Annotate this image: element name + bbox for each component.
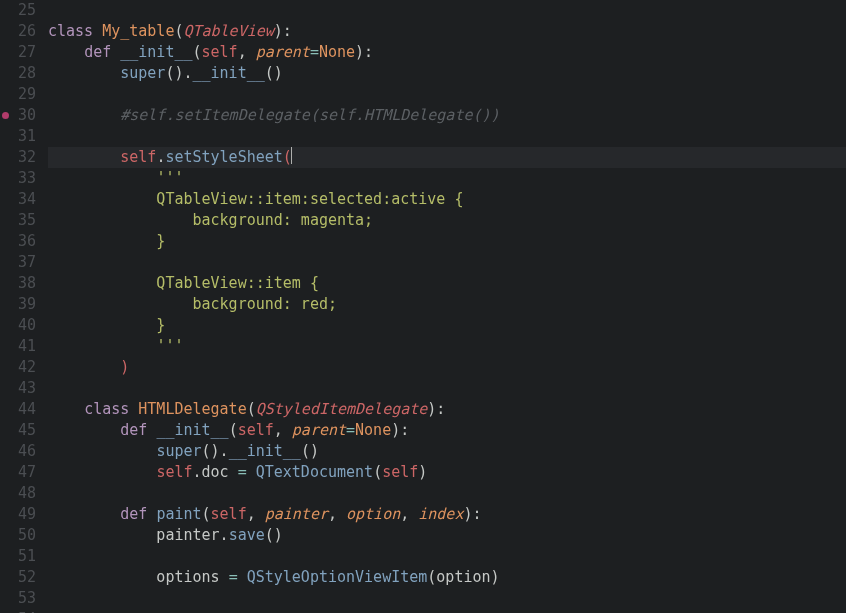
line-number[interactable]: 31 [0, 126, 36, 147]
code-line[interactable]: def paint(self, painter, option, index): [48, 504, 846, 525]
code-line[interactable]: } [48, 315, 846, 336]
line-number[interactable]: 48 [0, 483, 36, 504]
line-number[interactable]: 47 [0, 462, 36, 483]
token-str: background: red; [48, 295, 337, 313]
token-prmi: option [346, 505, 400, 523]
line-number[interactable]: 34 [0, 189, 36, 210]
line-number[interactable]: 32 [0, 147, 36, 168]
line-number[interactable]: 40 [0, 315, 36, 336]
token-punc: (option) [427, 568, 499, 586]
line-number[interactable]: 25 [0, 0, 36, 21]
line-number[interactable]: 37 [0, 252, 36, 273]
token-inh: QTableView [183, 22, 273, 40]
token-op: = [310, 43, 319, 61]
line-number[interactable]: 54 [0, 609, 36, 613]
code-line[interactable] [48, 0, 846, 21]
code-editor[interactable]: 2526272829303132333435363738394041424344… [0, 0, 846, 613]
line-number[interactable]: 26 [0, 21, 36, 42]
code-line[interactable] [48, 126, 846, 147]
code-line[interactable]: self.doc = QTextDocument(self) [48, 462, 846, 483]
code-line[interactable] [48, 546, 846, 567]
line-number[interactable]: 49 [0, 504, 36, 525]
code-line[interactable]: options = QStyleOptionViewItem(option) [48, 567, 846, 588]
token-txt [48, 358, 120, 376]
code-line[interactable]: self.setStyleSheet( [48, 147, 846, 168]
token-punc: (). [165, 64, 192, 82]
token-kw: def [84, 43, 120, 61]
token-punc: . [193, 463, 202, 481]
token-str: ''' [156, 337, 183, 355]
token-str: ''' [156, 169, 183, 187]
token-txt [48, 505, 120, 523]
line-number[interactable]: 50 [0, 525, 36, 546]
token-self: self [382, 463, 418, 481]
code-line[interactable] [48, 378, 846, 399]
line-number[interactable]: 35 [0, 210, 36, 231]
token-fn: __init__ [120, 43, 192, 61]
token-fn: __init__ [156, 421, 228, 439]
token-prmi: index [418, 505, 463, 523]
token-none: None [355, 421, 391, 439]
code-line[interactable]: background: magenta; [48, 210, 846, 231]
token-punc: () [301, 442, 319, 460]
token-punc: ( [229, 421, 238, 439]
token-punc: , [274, 421, 292, 439]
line-number[interactable]: 33 [0, 168, 36, 189]
line-number[interactable]: 28 [0, 63, 36, 84]
line-number[interactable]: 36 [0, 231, 36, 252]
code-line[interactable]: QTableView::item:selected:active { [48, 189, 846, 210]
code-line[interactable]: background: red; [48, 294, 846, 315]
code-line[interactable]: class HTMLDelegate(QStyledItemDelegate): [48, 399, 846, 420]
code-line[interactable] [48, 588, 846, 609]
line-number[interactable]: 53 [0, 588, 36, 609]
token-str: background: magenta; [48, 211, 373, 229]
code-line[interactable]: ) [48, 357, 846, 378]
code-line[interactable]: def __init__(self, parent=None): [48, 420, 846, 441]
line-number[interactable]: 52 [0, 567, 36, 588]
code-line[interactable]: ''' [48, 336, 846, 357]
code-area[interactable]: class My_table(QTableView): def __init__… [48, 0, 846, 613]
line-number[interactable]: 38 [0, 273, 36, 294]
code-line[interactable]: } [48, 231, 846, 252]
breakpoint-icon[interactable] [2, 112, 9, 119]
line-number[interactable]: 43 [0, 378, 36, 399]
code-line[interactable] [48, 609, 846, 613]
token-kw: def [120, 421, 156, 439]
code-line[interactable]: class My_table(QTableView): [48, 21, 846, 42]
token-punc: , [328, 505, 346, 523]
code-line[interactable] [48, 84, 846, 105]
code-line[interactable]: #self.setItemDelegate(self.HTMLDelegate(… [48, 105, 846, 126]
line-number[interactable]: 41 [0, 336, 36, 357]
token-txt [48, 148, 120, 166]
line-number-gutter[interactable]: 2526272829303132333435363738394041424344… [0, 0, 48, 613]
token-punc: ( [247, 400, 256, 418]
code-line[interactable]: super().__init__() [48, 441, 846, 462]
code-line[interactable]: def __init__(self, parent=None): [48, 42, 846, 63]
line-number[interactable]: 42 [0, 357, 36, 378]
token-str: } [48, 232, 165, 250]
line-number[interactable]: 44 [0, 399, 36, 420]
token-txt [238, 568, 247, 586]
line-number[interactable]: 29 [0, 84, 36, 105]
code-line[interactable] [48, 252, 846, 273]
token-fn: __init__ [229, 442, 301, 460]
line-number[interactable]: 45 [0, 420, 36, 441]
line-number[interactable]: 30 [0, 105, 36, 126]
code-line[interactable]: QTableView::item { [48, 273, 846, 294]
code-line[interactable]: painter.save() [48, 525, 846, 546]
code-line[interactable] [48, 483, 846, 504]
line-number[interactable]: 46 [0, 441, 36, 462]
token-txt [247, 463, 256, 481]
token-sup: super [156, 442, 201, 460]
code-line[interactable]: super().__init__() [48, 63, 846, 84]
token-call: QTextDocument [256, 463, 373, 481]
line-number[interactable]: 51 [0, 546, 36, 567]
token-self: self [238, 421, 274, 439]
token-txt: painter. [48, 526, 229, 544]
line-number[interactable]: 27 [0, 42, 36, 63]
line-number[interactable]: 39 [0, 294, 36, 315]
token-punc: () [265, 64, 283, 82]
token-punc: ): [391, 421, 409, 439]
token-txt [48, 442, 156, 460]
code-line[interactable]: ''' [48, 168, 846, 189]
